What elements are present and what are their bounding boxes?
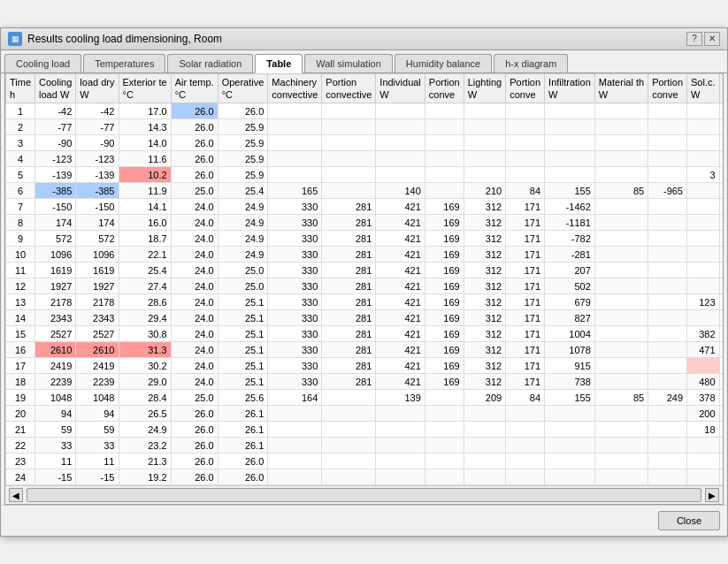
table-cell: 59 [76, 422, 119, 438]
table-cell: -77 [35, 119, 76, 135]
tab-temperatures[interactable]: Temperatures [83, 54, 165, 72]
table-cell: 2343 [35, 310, 76, 326]
table-cell: 312 [464, 278, 506, 294]
table-cell: 24.9 [218, 215, 268, 231]
table-cell: 200 [687, 406, 720, 422]
scroll-right-button[interactable]: ▶ [705, 488, 719, 502]
table-cell [322, 422, 376, 438]
table-cell [545, 167, 595, 183]
table-cell: 14.3 [119, 119, 171, 135]
table-cell: -42 [35, 103, 76, 119]
tab-hx-diagram[interactable]: h-x diagram [494, 54, 568, 72]
table-cell: 281 [322, 374, 376, 390]
table-cell [719, 422, 723, 438]
table-cell: 25.4 [218, 183, 268, 199]
table-cell [719, 390, 723, 406]
tab-cooling-load[interactable]: Cooling load [4, 54, 81, 72]
table-cell: 25.4 [119, 263, 171, 278]
horizontal-scrollbar[interactable] [27, 488, 701, 502]
table-cell: 378 [687, 390, 720, 406]
tab-solar-radiation[interactable]: Solar radiation [167, 54, 253, 72]
tab-wall-simulation[interactable]: Wall simulation [304, 54, 393, 72]
table-cell: 29.0 [119, 374, 171, 390]
table-cell [648, 103, 687, 119]
table-cell [719, 469, 723, 485]
close-title-button[interactable]: ✕ [704, 32, 720, 46]
table-cell [687, 215, 720, 231]
table-cell: 330 [268, 342, 322, 358]
table-cell: 25.9 [218, 135, 268, 151]
table-cell: 17 [6, 358, 35, 374]
footer-bar: Close [1, 505, 727, 536]
table-cell [464, 135, 506, 151]
table-cell: 738 [545, 374, 595, 390]
table-row: 7-150-15014.124.024.9330281421169312171-… [6, 199, 724, 215]
table-cell [719, 438, 723, 453]
table-cell: 155 [545, 390, 595, 406]
table-cell: 15 [6, 326, 35, 342]
table-cell: 827 [545, 310, 595, 326]
table-cell: 1078 [545, 342, 595, 358]
table-cell: 26.5 [119, 406, 171, 422]
th-material: Material thW [594, 73, 648, 103]
table-cell [594, 358, 648, 374]
table-cell: 281 [322, 342, 376, 358]
table-cell: 421 [376, 263, 425, 278]
table-cell: 29.4 [119, 310, 171, 326]
data-table: Timeh Coolingload W load dryW Exterior t… [5, 73, 723, 486]
table-cell: 33 [76, 438, 119, 453]
table-cell: 174 [76, 215, 119, 231]
table-cell: -15 [35, 469, 76, 485]
table-cell: 312 [464, 215, 506, 231]
table-cell: 281 [322, 278, 376, 294]
table-cell: 24.0 [171, 231, 218, 247]
table-cell: 171 [506, 310, 545, 326]
table-cell: 312 [464, 247, 506, 263]
table-row: 121927192727.424.025.0330281421169312171… [6, 278, 724, 294]
table-cell [425, 151, 464, 167]
table-cell: 102 [719, 263, 723, 278]
table-cell [648, 119, 687, 135]
table-cell [376, 167, 425, 183]
table-cell [268, 167, 322, 183]
table-container[interactable]: Timeh Coolingload W load dryW Exterior t… [5, 73, 723, 486]
table-header-row: Timeh Coolingload W load dryW Exterior t… [6, 73, 724, 103]
table-cell: 25.9 [218, 151, 268, 167]
table-cell [425, 183, 464, 199]
table-cell [719, 374, 723, 390]
table-cell: 572 [35, 231, 76, 247]
table-row: 152527252730.824.025.1330281421169312171… [6, 326, 724, 342]
table-cell: 6 [6, 183, 35, 199]
table-cell [719, 135, 723, 151]
help-button[interactable]: ? [686, 32, 702, 46]
table-cell [322, 183, 376, 199]
table-row: 21595924.926.026.11835 [6, 422, 724, 438]
table-cell [687, 135, 720, 151]
table-cell [464, 103, 506, 119]
table-cell [506, 135, 545, 151]
close-button[interactable]: Close [658, 511, 720, 530]
table-cell: 171 [506, 199, 545, 215]
table-cell [648, 326, 687, 342]
table-cell [268, 422, 322, 438]
tab-humidity-balance[interactable]: Humidity balance [395, 54, 492, 72]
table-cell: 480 [687, 374, 720, 390]
table-cell: 281 [322, 310, 376, 326]
table-cell: 281 [322, 247, 376, 263]
scroll-left-button[interactable]: ◀ [9, 488, 23, 502]
table-cell [719, 406, 723, 422]
table-cell [594, 199, 648, 215]
table-cell [506, 438, 545, 453]
table-row: 101096109622.124.024.9330281421169312171… [6, 247, 724, 263]
table-cell [719, 342, 723, 358]
table-cell: 24.0 [171, 342, 218, 358]
tab-table[interactable]: Table [255, 54, 303, 73]
table-cell: 24.9 [218, 199, 268, 215]
table-cell: 164 [268, 390, 322, 406]
table-cell: 24 [6, 469, 35, 485]
table-cell: 26.0 [171, 453, 218, 469]
table-cell: 7 [6, 199, 35, 215]
table-cell: 330 [268, 358, 322, 374]
table-cell [594, 453, 648, 469]
table-row: 4-123-12311.626.025.9 [6, 151, 724, 167]
